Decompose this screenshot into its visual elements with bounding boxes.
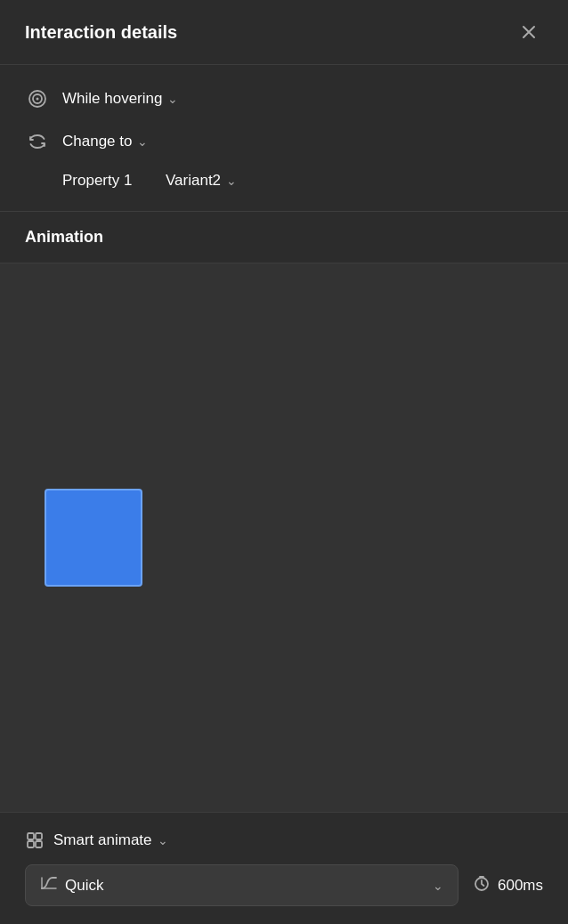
panel: Interaction details While hovering ⌄ [0,0,568,924]
header: Interaction details [0,0,568,65]
timer-icon [473,874,491,896]
svg-rect-4 [36,833,42,839]
animation-title: Animation [25,228,103,246]
trigger-row: While hovering ⌄ [25,86,543,111]
action-dropdown[interactable]: Change to ⌄ [62,133,148,150]
easing-dropdown[interactable]: Quick ⌄ [25,864,458,906]
chevron-down-icon: ⌄ [433,879,443,893]
variant-dropdown[interactable]: Variant2 ⌄ [166,172,237,190]
action-label: Change to [62,133,132,150]
close-button[interactable] [515,18,543,46]
animation-preview-square [45,489,142,587]
property-row: Property 1 Variant2 ⌄ [25,172,543,190]
svg-point-2 [37,98,39,101]
trigger-label: While hovering [62,90,162,108]
action-row: Change to ⌄ [25,129,543,154]
chevron-down-icon: ⌄ [158,833,168,847]
target-icon [25,86,50,111]
svg-rect-6 [36,841,42,847]
chevron-down-icon: ⌄ [226,174,237,188]
change-icon [25,129,50,154]
svg-rect-3 [28,833,34,839]
interaction-section: While hovering ⌄ Change to ⌄ Property 1 [0,65,568,212]
easing-label: Quick [65,877,426,895]
animation-canvas [0,263,568,812]
easing-icon [40,874,58,896]
svg-rect-5 [28,841,34,847]
smart-animate-row: Smart animate ⌄ [25,831,543,850]
page-title: Interaction details [25,22,177,43]
property-label: Property 1 [62,172,151,190]
timing-row: Quick ⌄ 600ms [25,864,543,906]
chevron-down-icon: ⌄ [167,92,178,106]
smart-animate-label: Smart animate [53,831,152,849]
duration-display: 600ms [473,874,543,896]
variant-label: Variant2 [166,172,221,190]
trigger-dropdown[interactable]: While hovering ⌄ [62,90,178,108]
animation-header: Animation [0,212,568,263]
smart-animate-dropdown[interactable]: Smart animate ⌄ [53,831,168,849]
bottom-controls: Smart animate ⌄ Quick ⌄ [0,812,568,924]
chevron-down-icon: ⌄ [137,134,148,149]
smart-animate-icon [25,831,45,850]
duration-value: 600ms [498,877,543,895]
